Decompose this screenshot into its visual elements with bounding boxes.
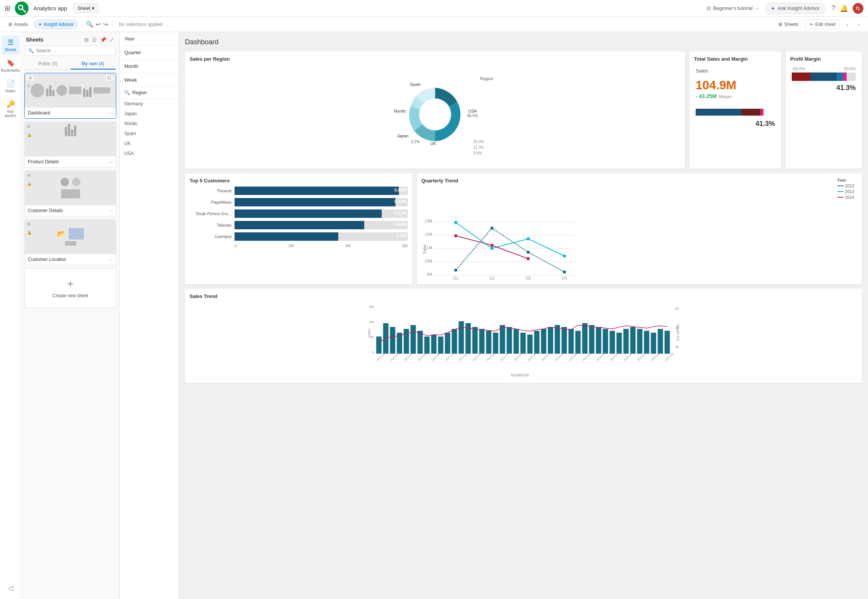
filter-uk[interactable]: UK [120,138,178,148]
sheet-settings-icon-cust[interactable]: ⚙ [27,173,31,177]
svg-rect-88 [624,329,629,354]
sheet-settings-icon-product[interactable]: ⚙ [27,124,31,129]
svg-text:Japan: Japan [397,134,408,138]
bar-value-talarian: 4.54M [394,222,406,227]
edit-icon: ✏ [810,22,813,27]
filter-japan[interactable]: Japan [120,109,178,119]
donut-svg: Region [374,69,496,160]
sheet-name-customer-location: Customer Location [28,257,66,262]
no-selections-label: No selections applied [119,22,162,27]
help-icon[interactable]: ? [831,4,835,12]
list-view-icon[interactable]: ☰ [91,36,98,43]
filter-year[interactable]: Year [120,32,178,46]
svg-rect-16 [696,109,741,116]
filter-nordic[interactable]: Nordic [120,119,178,129]
svg-rect-90 [637,329,643,354]
undo-icon[interactable]: ↩ [96,21,101,28]
chart-title-sales-region: Sales per Region [190,56,680,62]
tab-my-own[interactable]: My own (4) [71,59,116,69]
chart-quarterly-trend: Quarterly Trend Year 2012 2013 2014 9M 1… [417,173,862,284]
bar-fill-talarian [235,221,364,229]
insight-advisor-button[interactable]: ✦ Insight Advisor [34,19,78,29]
bar-fill-deak [235,209,382,218]
sales-trend-svg: 6M 4M 2M 0 50 40 30 [190,302,857,378]
filter-spain[interactable]: Spain [120,129,178,138]
sheet-options-icon[interactable]: ⚙ [27,76,34,81]
redo-icon[interactable]: ↪ [103,21,108,28]
svg-rect-68 [486,331,492,354]
search-icon[interactable]: 🔍 [86,21,93,28]
sidebar-item-notes[interactable]: 📄 Notes [2,76,20,96]
charts-row-1: Sales per Region Region [185,52,862,169]
filter-quarter[interactable]: Quarter [120,46,178,60]
sheet-more-button-customer-details[interactable]: ··· [108,208,113,214]
grid-view-icon[interactable]: ⊞ [84,36,90,43]
legend-2012: 2012 [845,184,854,188]
chart-top5-customers: Top 5 Customers Paracel 5.69M PageWave [185,173,412,284]
bar-track-paracel: 5.69M [235,187,408,195]
sheet-card-dashboard[interactable]: #1 ⚙ ↻ Dashboard ··· [24,73,116,119]
sidebar-item-sheets[interactable]: ☰ Sheets [2,35,20,55]
sheets-search-input[interactable] [25,46,116,56]
sheet-card-product[interactable]: ⚙ 🔒 Product Details ··· [24,122,116,167]
svg-text:Spain: Spain [410,82,420,87]
tab-public[interactable]: Public (0) [25,59,71,69]
svg-point-39 [490,247,493,250]
sheet-card-customer-details[interactable]: ⚙ 🔒 Customer Details ··· [24,171,116,216]
icon-sidebar: ☰ Sheets 🔖 Bookmarks 📄 Notes 🔑 Key drive… [0,32,21,599]
filter-usa[interactable]: USA [120,148,178,158]
svg-point-36 [527,251,530,254]
svg-rect-84 [596,327,601,354]
sheets-list: #1 ⚙ ↻ Dashboard ··· [21,70,119,599]
pin-icon[interactable]: 📌 [99,36,107,43]
filter-week[interactable]: Week [120,73,178,87]
edit-sheet-button[interactable]: ✏ Edit sheet [805,19,840,29]
sheet-name-product: Product Details [28,159,59,164]
assets-button[interactable]: ⊞ Assets [5,20,32,29]
profit-bar [792,72,856,81]
svg-rect-77 [548,327,553,354]
tutorial-button[interactable]: ⊡ Beginner's tutorial ··· [704,4,762,13]
svg-point-40 [527,237,530,240]
key-drivers-icon: 🔑 [6,100,15,108]
grid-icon[interactable]: ⊞ [5,4,10,13]
svg-rect-54 [390,327,395,354]
create-sheet-card[interactable]: + Create new sheet [24,268,116,308]
bar-label-talarian: Talarian [190,223,231,227]
create-sheet-plus-icon: + [67,278,73,290]
expand-icon[interactable]: ⤢ [109,36,115,43]
sheet-card-footer-customer-details: Customer Details ··· [25,205,116,216]
sidebar-item-bookmarks[interactable]: 🔖 Bookmarks [2,56,20,76]
region-search-icon: 🔍 [124,90,130,95]
svg-rect-70 [500,325,505,354]
sheet-lock-icon-product: 🔒 [27,133,32,137]
sheet-refresh-icon[interactable]: ↻ [27,84,30,88]
bell-icon[interactable]: 🔔 [840,4,848,13]
filter-month[interactable]: Month [120,60,178,73]
sidebar-item-key-drivers[interactable]: 🔑 Key drivers [2,97,20,121]
bar-label-deak: Deak-Perera Gro... [190,211,231,216]
sheet-more-button-customer-location[interactable]: ··· [108,256,113,262]
sheet-more-button-dashboard[interactable]: ··· [108,110,113,116]
collapse-sidebar-icon[interactable]: ◁ [5,581,16,595]
sheets-toggle-button[interactable]: ⊞ Sheets [775,20,802,29]
sheet-lock-icon-cust: 🔒 [27,182,32,186]
avatar[interactable]: TL [853,3,863,14]
spark-icon: ✦ [771,5,775,11]
sheet-name-dashboard: Dashboard [28,110,50,116]
filter-region-header[interactable]: 🔍 Region [120,87,178,99]
svg-rect-85 [603,329,608,354]
sheet-selector[interactable]: Sheet ▾ [73,3,99,13]
nav-left-icon[interactable]: ‹ [843,20,852,29]
filter-germany[interactable]: Germany [120,99,178,109]
svg-point-37 [563,271,566,274]
chart-profit-margin: Profit Margin -50.0% 50.0% 41.3% [786,52,862,169]
ask-insight-button[interactable]: ✦ Ask Insight Advisor [765,3,825,14]
sheets-grid-icon: ⊞ [778,22,782,27]
sheet-thumb-customer-details: ⚙ 🔒 [25,171,116,205]
sheet-card-customer-location[interactable]: 📂 ⚙ 🔒 Customer Location ··· [24,219,116,265]
nav-right-icon[interactable]: › [854,20,863,29]
sheet-settings-icon-loc[interactable]: ⚙ [27,222,31,226]
svg-text:13M: 13M [424,219,432,223]
sheet-more-button-product[interactable]: ··· [108,159,113,165]
